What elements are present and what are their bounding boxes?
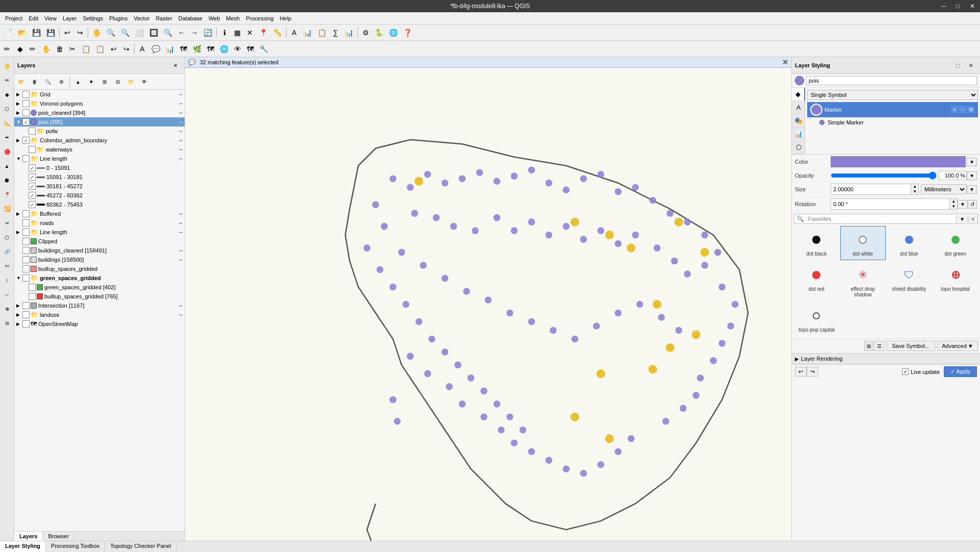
zoom-previous-button[interactable]: ← xyxy=(175,26,188,39)
save-as-button[interactable]: 💾 xyxy=(44,26,58,39)
layer-item-line-length-2[interactable]: ▶ 📁 Line length ─ xyxy=(14,228,185,237)
left-tool-10[interactable]: 📍 xyxy=(1,188,13,201)
layer-item-green-gridded[interactable]: ▼ 📁 green_spaces_gridded xyxy=(14,273,185,283)
symbol-search-options[interactable]: ▼ xyxy=(956,215,968,223)
size-unit-select[interactable]: Millimeters Points Pixels xyxy=(921,184,967,194)
zoom-next-button[interactable]: → xyxy=(188,26,200,39)
diagram-2-button[interactable]: 📊 xyxy=(163,42,177,56)
left-tool-15[interactable]: ✄ xyxy=(1,259,13,272)
color-picker-preview[interactable] xyxy=(831,156,966,167)
color-picker-button[interactable] xyxy=(831,157,965,167)
maximize-button[interactable]: □ xyxy=(951,0,965,12)
layer-checkbox[interactable] xyxy=(22,229,30,236)
menu-mesh[interactable]: Mesh xyxy=(223,14,243,22)
expand-icon[interactable]: ▶ xyxy=(16,211,22,216)
python-button[interactable]: 🐍 xyxy=(372,26,386,39)
left-tool-6[interactable]: ✒ xyxy=(1,131,13,144)
layer-item-line-0-15091[interactable]: 0 - 15091 xyxy=(14,163,185,172)
layer-item-intersection[interactable]: ▶ Intersection [1167] ─ xyxy=(14,301,185,310)
layer-checkbox[interactable] xyxy=(29,192,36,199)
left-tool-4[interactable]: ⬡ xyxy=(1,102,13,115)
layer-item-buildings[interactable]: buildings [158500] ─ xyxy=(14,255,185,264)
refresh-button[interactable]: 🔄 xyxy=(201,26,215,39)
undo-edit-button[interactable]: ↩ xyxy=(108,42,120,56)
layer-item-line-length-group[interactable]: ▼ 📁 Line length ─ xyxy=(14,154,185,163)
menu-settings[interactable]: Settings xyxy=(80,14,106,22)
move-feature-button[interactable]: ✋ xyxy=(39,42,53,56)
left-tool-13[interactable]: ⬡ xyxy=(1,231,13,244)
layer-item-line-15091-30181[interactable]: 15091 - 30181 xyxy=(14,172,185,182)
field-calc-button[interactable]: ∑ xyxy=(329,26,342,39)
layer-checkbox[interactable] xyxy=(22,118,30,126)
rotation-icon-button[interactable]: ↺ xyxy=(968,200,977,209)
left-tool-9[interactable]: ⬢ xyxy=(1,173,13,187)
save-symbol-button[interactable]: Save Symbol... xyxy=(886,341,935,351)
zoom-out-button[interactable]: 🔍 xyxy=(118,26,132,39)
layer-item-clipped[interactable]: Clipped xyxy=(14,237,185,246)
help-button[interactable]: ❓ xyxy=(401,26,415,39)
expand-icon[interactable]: ▶ xyxy=(16,321,22,327)
attr-table-button[interactable]: 📋 xyxy=(315,26,329,39)
menu-database[interactable]: Database xyxy=(175,14,205,22)
left-tool-16[interactable]: ↕ xyxy=(1,273,13,287)
pan-button[interactable]: 🖐 xyxy=(90,26,104,39)
layer-checkbox[interactable] xyxy=(22,238,30,245)
opacity-slider[interactable] xyxy=(831,171,937,180)
menu-edit[interactable]: Edit xyxy=(25,14,41,22)
layer-checkbox[interactable] xyxy=(22,91,30,98)
style-tab-diagram[interactable]: 📊 xyxy=(792,128,805,141)
rotation-down-button[interactable]: ▼ xyxy=(950,204,957,209)
save-button[interactable]: 💾 xyxy=(30,26,43,39)
left-tool-14[interactable]: 🔗 xyxy=(1,245,13,258)
layers-close-button[interactable]: ✕ xyxy=(169,59,182,72)
menu-project[interactable]: Project xyxy=(2,14,25,22)
redo-edit-button[interactable]: ↪ xyxy=(120,42,133,56)
zoom-layer-button[interactable]: 🔲 xyxy=(147,26,161,39)
expand-icon[interactable]: ▼ xyxy=(16,275,22,281)
layer-item-pois-cleaned[interactable]: ▶ pois_cleaned [394] ─ xyxy=(14,108,185,117)
expand-icon[interactable]: ▼ xyxy=(16,119,22,124)
layer-checkbox[interactable] xyxy=(22,219,30,227)
layer-group-button[interactable]: 📁 xyxy=(125,75,137,88)
symbol-cell-effect-drop[interactable]: ✳ effect drop shadow xyxy=(840,261,886,301)
symbol-cell-shield-disability[interactable]: 🛡 shield disability xyxy=(887,261,932,301)
styling-close-button[interactable]: ✕ xyxy=(965,59,977,72)
layer-checkbox[interactable] xyxy=(29,173,36,181)
layer-item-buffered[interactable]: ▶ 📁 Buffered ─ xyxy=(14,209,185,218)
expand-icon[interactable]: ▶ xyxy=(16,303,22,308)
expand-icon[interactable]: ▶ xyxy=(16,101,22,106)
map-info-close[interactable]: ✕ xyxy=(782,58,788,66)
rotation-up-button[interactable]: ▲ xyxy=(950,199,957,204)
layer-checkbox[interactable] xyxy=(22,155,30,162)
style-tab-3d[interactable]: ⬡ xyxy=(792,141,805,154)
stat-button[interactable]: 📊 xyxy=(342,26,356,39)
layer-item-grid[interactable]: ▶ 📁 Grid ─ xyxy=(14,90,185,99)
style-history-forward-button[interactable]: ↪ xyxy=(807,367,818,377)
layer-item-roads[interactable]: 📁 roads ─ xyxy=(14,218,185,228)
styling-float-button[interactable]: ⬚ xyxy=(951,59,964,72)
layer-item-landuse[interactable]: ▶ 📁 landuse ─ xyxy=(14,310,185,319)
symbol-list-view-button[interactable]: ☰ xyxy=(874,341,884,351)
color-options-button[interactable]: ▼ xyxy=(967,158,977,166)
layer-checkbox[interactable] xyxy=(22,302,30,309)
edit-node-button[interactable]: ◆ xyxy=(14,42,26,56)
layer-visibility-button[interactable]: 👁 xyxy=(138,75,150,88)
symbol-cell-dot-white[interactable]: dot white xyxy=(840,226,886,260)
layer-item-builtup-gridded[interactable]: builtup_spaces_gridded xyxy=(14,264,185,273)
left-tool-18[interactable]: ⊕ xyxy=(1,302,13,315)
left-tool-3[interactable]: ◆ xyxy=(1,88,13,101)
rotation-options-button[interactable]: ▼ xyxy=(958,200,968,209)
layer-item-osm[interactable]: ▶ 🗺 OpenStreetMap xyxy=(14,319,185,329)
select-button[interactable]: ▦ xyxy=(231,26,243,39)
symbol-cell-dot-red[interactable]: dot red xyxy=(794,261,839,301)
layer-checkbox[interactable] xyxy=(22,274,30,282)
menu-layer[interactable]: Layer xyxy=(60,14,80,22)
annotation-button[interactable]: 💬 xyxy=(149,42,163,56)
label-text-button[interactable]: A xyxy=(136,42,148,56)
left-tool-7[interactable]: 🔴 xyxy=(1,145,13,158)
add-layer-button[interactable]: 📂 xyxy=(15,75,28,88)
menu-view[interactable]: View xyxy=(41,14,60,22)
tab-processing-toolbox[interactable]: Processing Toolbox xyxy=(46,541,105,552)
deselect-button[interactable]: ✕ xyxy=(244,26,256,39)
layer-checkbox[interactable] xyxy=(29,284,36,291)
